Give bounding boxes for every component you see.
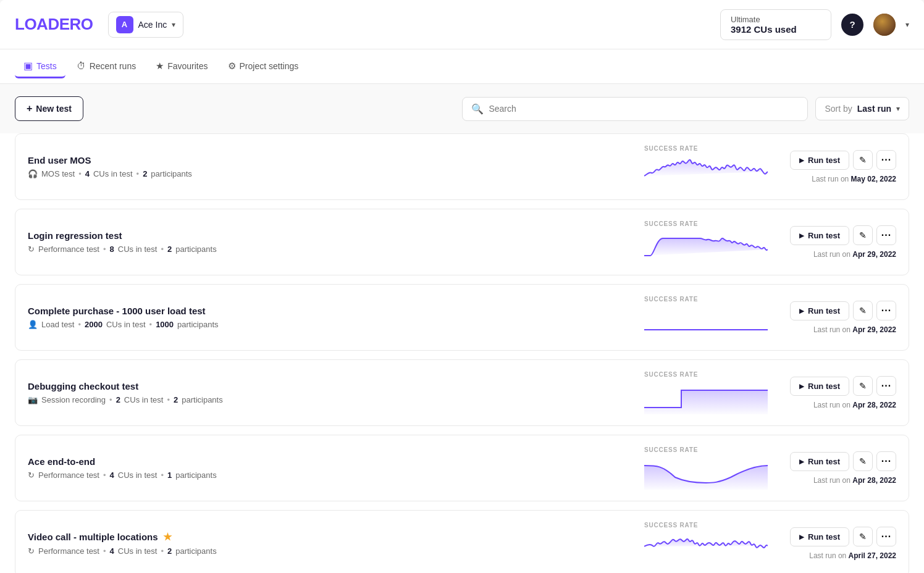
test-actions: ▶ Run test ✎ ··· Last run on Apr 28, 202… xyxy=(790,376,896,409)
run-test-button[interactable]: ▶ Run test xyxy=(790,301,849,320)
test-info: Video call - multiple locations ★ ↻ Perf… xyxy=(28,531,634,556)
chart-area: SUCCESS RATE xyxy=(644,296,780,339)
play-icon: ▶ xyxy=(799,533,804,540)
test-name: Complete purchase - 1000 user load test xyxy=(28,306,634,316)
toolbar: + New test 🔍 Sort by Last run ▾ xyxy=(0,84,924,133)
plan-name: Ultimate xyxy=(731,15,821,24)
edit-button[interactable]: ✎ xyxy=(853,376,873,396)
edit-icon: ✎ xyxy=(859,532,867,542)
test-actions: ▶ Run test ✎ ··· Last run on Apr 29, 202… xyxy=(790,225,896,259)
edit-button[interactable]: ✎ xyxy=(853,301,873,320)
test-type-icon: ↻ xyxy=(28,546,35,556)
run-test-button[interactable]: ▶ Run test xyxy=(790,377,849,396)
favourite-star-icon: ★ xyxy=(163,531,172,543)
test-info: Debugging checkout test 📷 Session record… xyxy=(28,381,634,404)
test-type-icon: 🎧 xyxy=(28,169,38,178)
success-rate-chart xyxy=(644,380,768,414)
edit-button[interactable]: ✎ xyxy=(853,225,873,245)
sort-chevron-icon: ▾ xyxy=(896,104,900,113)
more-button[interactable]: ··· xyxy=(876,150,896,170)
last-run: Last run on May 02, 2022 xyxy=(812,175,896,183)
test-actions: ▶ Run test ✎ ··· Last run on May 02, 202… xyxy=(790,150,896,183)
test-name: Debugging checkout test xyxy=(28,381,634,391)
more-button[interactable]: ··· xyxy=(876,527,896,546)
test-meta: 🎧 MOS test • 4 CUs in test • 2 participa… xyxy=(28,169,634,178)
chart-area: SUCCESS RATE xyxy=(644,446,780,490)
play-icon: ▶ xyxy=(799,383,804,390)
navigation: ▣ Tests ⏱ Recent runs ★ Favourites ⚙ Pro… xyxy=(0,49,924,84)
test-name: Login regression test xyxy=(28,230,634,241)
nav-item-favourites[interactable]: ★ Favourites xyxy=(147,56,216,78)
last-run: Last run on Apr 28, 2022 xyxy=(813,476,896,485)
test-meta: ↻ Performance test • 4 CUs in test • 2 p… xyxy=(28,546,634,556)
search-input[interactable] xyxy=(489,104,799,114)
test-meta: ↻ Performance test • 4 CUs in test • 1 p… xyxy=(28,471,634,480)
account-name: Ace Inc xyxy=(138,20,167,30)
nav-item-project-settings[interactable]: ⚙ Project settings xyxy=(219,56,308,78)
test-info: Login regression test ↻ Performance test… xyxy=(28,230,634,254)
run-test-button[interactable]: ▶ Run test xyxy=(790,527,849,546)
more-button[interactable]: ··· xyxy=(876,376,896,396)
user-chevron-icon[interactable]: ▾ xyxy=(905,20,909,29)
success-rate-chart xyxy=(644,531,768,565)
success-rate-chart xyxy=(644,230,768,264)
action-buttons: ▶ Run test ✎ ··· xyxy=(790,150,896,170)
play-icon: ▶ xyxy=(799,458,804,465)
last-run: Last run on April 27, 2022 xyxy=(809,551,896,560)
test-info: Ace end-to-end ↻ Performance test • 4 CU… xyxy=(28,456,634,480)
edit-button[interactable]: ✎ xyxy=(853,527,873,546)
run-test-button[interactable]: ▶ Run test xyxy=(790,226,849,245)
nav-label-favourites: Favourites xyxy=(167,61,208,71)
run-test-button[interactable]: ▶ Run test xyxy=(790,151,849,170)
edit-icon: ✎ xyxy=(859,155,867,165)
test-name: Ace end-to-end xyxy=(28,456,634,467)
action-buttons: ▶ Run test ✎ ··· xyxy=(790,527,896,546)
help-button[interactable]: ? xyxy=(841,14,863,36)
more-icon: ··· xyxy=(881,154,891,165)
run-test-button[interactable]: ▶ Run test xyxy=(790,452,849,471)
chart-area: SUCCESS RATE xyxy=(644,220,780,264)
last-run: Last run on Apr 28, 2022 xyxy=(813,401,896,409)
last-run: Last run on Apr 29, 2022 xyxy=(813,325,896,334)
test-actions: ▶ Run test ✎ ··· Last run on Apr 29, 202… xyxy=(790,301,896,334)
search-icon: 🔍 xyxy=(471,103,484,115)
chart-area: SUCCESS RATE xyxy=(644,371,780,414)
new-test-button[interactable]: + New test xyxy=(15,96,83,121)
account-initial: A xyxy=(116,16,133,33)
sort-value: Last run xyxy=(857,104,891,114)
more-button[interactable]: ··· xyxy=(876,451,896,471)
nav-label-project-settings: Project settings xyxy=(240,61,299,71)
account-chevron-icon: ▾ xyxy=(172,20,175,29)
more-button[interactable]: ··· xyxy=(876,301,896,320)
nav-item-recent-runs[interactable]: ⏱ Recent runs xyxy=(68,56,145,78)
logo: LOADERO xyxy=(15,15,93,34)
plan-usage: 3912 CUs used xyxy=(731,24,821,35)
test-type-icon: ↻ xyxy=(28,245,35,254)
test-card-end-user-mos: End user MOS 🎧 MOS test • 4 CUs in test … xyxy=(15,133,909,200)
edit-button[interactable]: ✎ xyxy=(853,150,873,170)
nav-label-tests: Tests xyxy=(36,61,57,71)
action-buttons: ▶ Run test ✎ ··· xyxy=(790,451,896,471)
success-rate-chart xyxy=(644,456,768,490)
avatar[interactable] xyxy=(873,14,896,36)
sort-button[interactable]: Sort by Last run ▾ xyxy=(815,97,909,120)
more-icon: ··· xyxy=(881,531,891,542)
test-info: End user MOS 🎧 MOS test • 4 CUs in test … xyxy=(28,155,634,178)
action-buttons: ▶ Run test ✎ ··· xyxy=(790,225,896,245)
nav-item-tests[interactable]: ▣ Tests xyxy=(15,55,65,78)
chart-area: SUCCESS RATE xyxy=(644,145,780,188)
recent-runs-icon: ⏱ xyxy=(77,61,86,71)
search-bar[interactable]: 🔍 xyxy=(462,97,808,121)
test-meta: 👤 Load test • 2000 CUs in test • 1000 pa… xyxy=(28,320,634,329)
last-run: Last run on Apr 29, 2022 xyxy=(813,250,896,259)
test-actions: ▶ Run test ✎ ··· Last run on Apr 28, 202… xyxy=(790,451,896,485)
account-switcher[interactable]: A Ace Inc ▾ xyxy=(108,12,184,38)
edit-button[interactable]: ✎ xyxy=(853,451,873,471)
test-type-icon: 📷 xyxy=(28,395,38,404)
header-right: Ultimate 3912 CUs used ? ▾ xyxy=(720,9,909,40)
test-name: End user MOS xyxy=(28,155,634,165)
chart-area: SUCCESS RATE xyxy=(644,522,780,565)
more-button[interactable]: ··· xyxy=(876,225,896,245)
edit-icon: ✎ xyxy=(859,230,867,240)
plus-icon: + xyxy=(27,103,32,114)
